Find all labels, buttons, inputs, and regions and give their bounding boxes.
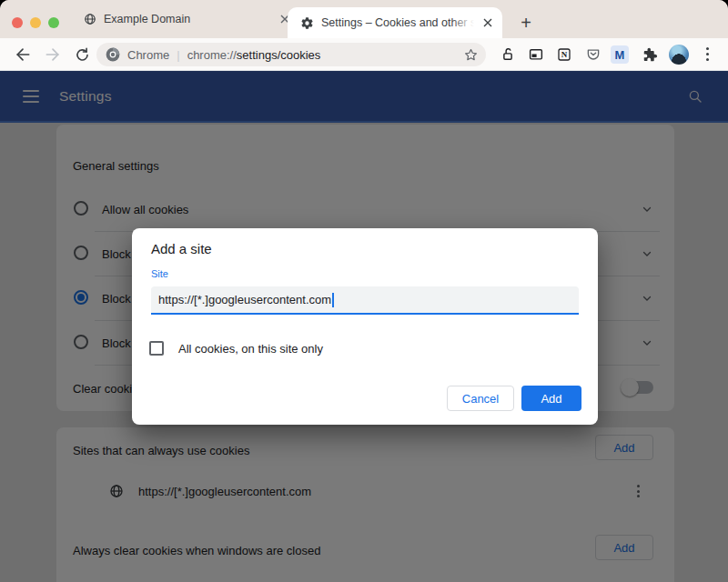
site-input-value: https://[*.]googleusercontent.com	[158, 293, 331, 306]
gear-icon	[300, 16, 314, 30]
pocket-icon[interactable]	[585, 46, 602, 63]
url-divider: |	[177, 48, 179, 62]
url-scheme: chrome://	[187, 48, 237, 62]
tab-settings-cookies[interactable]: Settings – Cookies and other site data	[288, 7, 502, 38]
add-button[interactable]: Add	[521, 386, 581, 411]
macos-zoom-button[interactable]	[48, 17, 59, 28]
tab-strip: Example Domain Settings – Cookies and ot…	[0, 0, 728, 38]
extensions-puzzle-icon[interactable]	[642, 46, 658, 63]
checkbox-label: All cookies, on this site only	[178, 342, 323, 356]
site-field-label: Site	[151, 268, 168, 279]
picture-in-picture-icon[interactable]	[528, 46, 544, 63]
site-input[interactable]: https://[*.]googleusercontent.com	[151, 286, 579, 315]
back-button[interactable]	[13, 45, 33, 65]
url-path: settings/cookies	[237, 48, 321, 62]
globe-icon	[84, 13, 96, 25]
settings-page: Settings General settings Allow all cook…	[0, 71, 728, 582]
notion-icon[interactable]: N	[556, 46, 572, 63]
address-bar[interactable]: Chrome | chrome:// settings/cookies	[96, 43, 486, 66]
tab-example-domain[interactable]: Example Domain	[84, 0, 292, 38]
dialog-title: Add a site	[151, 241, 212, 256]
macos-close-button[interactable]	[12, 17, 23, 28]
browser-menu-icon[interactable]	[699, 45, 715, 62]
tab-title: Example Domain	[104, 13, 190, 25]
new-tab-button[interactable]: +	[515, 12, 537, 34]
chrome-logo-icon	[106, 47, 120, 62]
browser-window: Example Domain Settings – Cookies and ot…	[0, 0, 728, 582]
site-name: Chrome	[127, 48, 169, 62]
forward-button[interactable]	[43, 45, 63, 65]
lock-open-icon[interactable]	[500, 46, 516, 63]
reload-button[interactable]	[72, 45, 92, 65]
bookmark-star-icon[interactable]	[463, 47, 479, 63]
profile-avatar[interactable]	[669, 45, 689, 65]
cancel-button[interactable]: Cancel	[447, 386, 514, 411]
text-caret	[332, 293, 334, 307]
tab-title: Settings – Cookies and other site data	[321, 16, 474, 29]
all-cookies-checkbox[interactable]	[149, 341, 164, 356]
close-tab-icon[interactable]	[481, 15, 493, 30]
add-a-site-dialog: Add a site Site https://[*.]googleuserco…	[132, 228, 598, 425]
macos-minimize-button[interactable]	[30, 17, 41, 28]
svg-text:N: N	[561, 50, 568, 59]
mail-extension-icon[interactable]: M	[611, 45, 629, 64]
